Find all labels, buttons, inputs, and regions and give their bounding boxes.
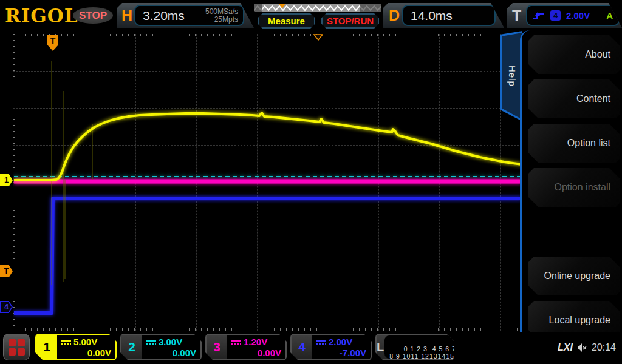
channel1-offset: 0.00V	[61, 348, 111, 359]
main-menu-button[interactable]	[3, 334, 30, 360]
menu-item-option-install: Option install	[528, 168, 620, 207]
help-menu-panel: About Content Option list Option install…	[520, 30, 622, 341]
horizontal-center-marker	[313, 34, 323, 41]
trigger-slope-icon	[533, 11, 545, 20]
channel4-scale: 2.00V	[329, 337, 352, 348]
clock: 20:14	[592, 342, 616, 353]
logic-channels-box[interactable]: L 0 1 2 3 4 5 6 78 9 1011 12131415	[375, 334, 454, 360]
dc-coupling-icon	[61, 340, 71, 345]
channel3-offset: 0.00V	[231, 348, 281, 359]
channel4-offset: -7.00V	[316, 348, 366, 359]
channel1-trace	[14, 113, 522, 180]
stop-run-button[interactable]: STOP/RUN	[321, 13, 379, 29]
menu-grid-icon	[9, 339, 16, 346]
channel1-status-box[interactable]: 1 5.00V 0.00V	[35, 334, 117, 360]
channel2-scale: 3.00V	[159, 337, 182, 348]
channel1-number: 1	[36, 335, 57, 359]
dc-coupling-icon	[231, 340, 241, 345]
horizontal-panel[interactable]: H 3.20ms 500MSa/s 25Mpts	[117, 3, 254, 28]
dc-coupling-icon	[316, 340, 326, 345]
channel4-status-box[interactable]: 4 2.00V -7.00V	[290, 334, 372, 360]
memory-position-bar[interactable]	[254, 4, 381, 12]
trigger-level-value: 2.00V	[566, 10, 590, 21]
channel4-trace	[14, 198, 522, 313]
measure-button[interactable]: Measure	[258, 13, 315, 29]
channel2-status-box[interactable]: 2 3.00V 0.00V	[120, 334, 202, 360]
delay-panel[interactable]: D 14.0ms	[383, 3, 504, 28]
delay-value: 14.0ms	[403, 8, 453, 23]
horizontal-label: H	[121, 7, 132, 24]
channel3-status-box[interactable]: 3 1.20V 0.00V	[205, 334, 287, 360]
timebase-value: 3.20ms	[135, 8, 185, 23]
channel3-scale: 1.20V	[244, 337, 267, 348]
trigger-source-badge: 4	[550, 10, 561, 21]
trigger-label: T	[512, 7, 521, 24]
trigger-panel[interactable]: T 4 2.00V A	[507, 3, 622, 28]
sample-rate-value: 500MSa/s 25Mpts	[205, 8, 243, 24]
trigger-level-flag[interactable]: T	[0, 265, 13, 277]
delay-label: D	[389, 7, 400, 24]
menu-item-about[interactable]: About	[528, 35, 620, 74]
lxi-indicator: LXI	[558, 342, 573, 353]
sound-muted-icon	[577, 343, 587, 352]
channel1-scale: 5.00V	[73, 337, 97, 348]
rigol-logo: RIGOL	[5, 5, 78, 27]
dc-coupling-icon	[146, 340, 156, 345]
help-tab[interactable]: Help	[500, 31, 522, 121]
logic-channel-numbers: 0 1 2 3 4 5 6 78 9 1011 12131415	[384, 335, 456, 359]
bottom-status-bar: 1 5.00V 0.00V 2 3.00V 0.00V	[0, 332, 622, 364]
logic-label: L	[377, 335, 384, 359]
menu-empty-slot	[528, 212, 620, 257]
top-status-bar: RIGOL STOP H 3.20ms 500MSa/s 25Mpts Meas…	[0, 0, 622, 30]
channel4-number: 4	[292, 335, 312, 359]
channel3-number: 3	[207, 335, 227, 359]
channel4-position-flag[interactable]: 4	[0, 301, 13, 313]
menu-item-option-list[interactable]: Option list	[528, 124, 620, 163]
channel1-position-flag[interactable]: 1	[0, 174, 13, 186]
menu-item-online-upgrade[interactable]: Online upgrade	[528, 257, 620, 295]
menu-item-content[interactable]: Content	[528, 79, 620, 118]
channel2-offset: 0.00V	[146, 348, 196, 359]
run-state-badge: STOP	[73, 7, 113, 24]
trigger-mode-indicator: A	[606, 10, 613, 21]
channel2-number: 2	[121, 335, 142, 359]
help-tab-label: Help	[507, 66, 518, 87]
